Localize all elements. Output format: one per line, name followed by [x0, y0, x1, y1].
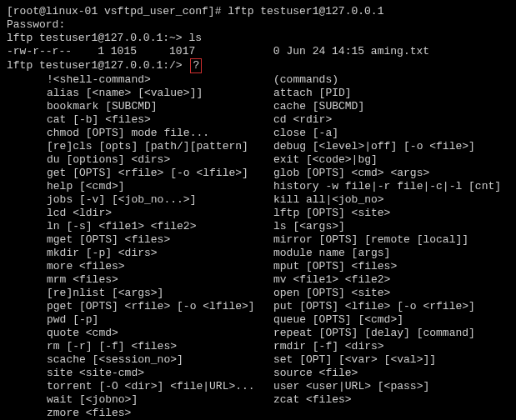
help-left-command: torrent [-O <dir>] <file|URL>... — [7, 380, 273, 393]
help-left-command: rm [-r] [-f] <files> — [7, 340, 273, 353]
password-label: Password: — [7, 18, 65, 31]
help-right-command: glob [OPTS] <cmd> <args> — [273, 167, 429, 180]
help-row: scache [<session_no>]set [OPT] [<var> [<… — [7, 353, 509, 367]
help-right-command: mv <file1> <file2> — [273, 273, 390, 287]
help-row: lcd <ldir>lftp [OPTS] <site> — [7, 207, 509, 220]
help-output: !<shell-command>(commands)alias [<name> … — [7, 73, 509, 420]
help-right-command: cache [SUBCMD] — [273, 100, 364, 113]
help-left-command: !<shell-command> — [7, 73, 273, 87]
help-right-command: close [-a] — [273, 127, 338, 140]
help-row: quote <cmd>repeat [OPTS] [delay] [comman… — [7, 327, 509, 340]
help-left-command: ln [-s] <file1> <file2> — [7, 220, 273, 233]
help-row: mrm <files>mv <file1> <file2> — [7, 273, 509, 287]
help-left-command: bookmark [SUBCMD] — [7, 100, 273, 113]
help-row: zmore <files> — [7, 407, 509, 420]
help-left-command: mget [OPTS] <files> — [7, 233, 273, 247]
help-row: bookmark [SUBCMD]cache [SUBCMD] — [7, 100, 509, 113]
help-row: chmod [OPTS] mode file...close [-a] — [7, 127, 509, 140]
help-right-command: zcat <files> — [273, 393, 352, 407]
help-left-command: zmore <files> — [7, 407, 273, 420]
help-left-command: get [OPTS] <rfile> [-o <lfile>] — [7, 167, 273, 180]
help-row: torrent [-O <dir>] <file|URL>...user <us… — [7, 380, 509, 393]
help-right-command: set [OPT] [<var> [<val>]] — [273, 353, 436, 367]
lftp-prompt-prefix: lftp testuser1@127.0.0.1:/> — [7, 59, 188, 72]
lftp-prompt-ls[interactable]: lftp testuser1@127.0.0.1:~> ls — [7, 32, 509, 45]
help-right-command: exit [<code>|bg] — [273, 153, 378, 167]
help-left-command: wait [<jobno>] — [7, 393, 273, 407]
help-left-command: help [<cmd>] — [7, 180, 273, 193]
help-right-command: cd <rdir> — [273, 113, 332, 127]
help-row: pwd [-p]queue [OPTS] [<cmd>] — [7, 313, 509, 327]
help-right-command: attach [PID] — [273, 87, 352, 100]
help-right-command: put [OPTS] <lfile> [-o <rfile>] — [273, 300, 475, 313]
help-left-command: [re]cls [opts] [path/][pattern] — [7, 140, 273, 153]
help-left-command: alias [<name> [<value>]] — [7, 87, 273, 100]
password-prompt: Password: — [7, 18, 509, 32]
highlighted-command: ? — [190, 58, 202, 73]
shell-prompt: [root@linux-01 vsftpd_user_conf]# lftp t… — [7, 5, 383, 18]
file-listing: -rw-r--r-- 1 1015 1017 0 Jun 24 14:15 am… — [7, 45, 429, 58]
help-left-command: jobs [-v] [<job_no...>] — [7, 193, 273, 207]
help-left-command: [re]nlist [<args>] — [7, 287, 273, 300]
typed-command: ls — [188, 32, 202, 44]
help-left-command: quote <cmd> — [7, 327, 273, 340]
help-right-command: ls [<args>] — [273, 220, 345, 233]
help-left-command: cat [-b] <files> — [7, 113, 273, 127]
help-row: wait [<jobno>]zcat <files> — [7, 393, 509, 407]
help-right-command: lftp [OPTS] <site> — [273, 207, 390, 220]
help-left-command: pwd [-p] — [7, 313, 273, 327]
help-row: [re]nlist [<args>]open [OPTS] <site> — [7, 287, 509, 300]
help-right-command: (commands) — [273, 73, 338, 87]
help-row: help [<cmd>]history -w file|-r file|-c|-… — [7, 180, 509, 193]
help-left-command: scache [<session_no>] — [7, 353, 273, 367]
help-row: site <site-cmd>source <file> — [7, 367, 509, 380]
help-row: rm [-r] [-f] <files>rmdir [-f] <dirs> — [7, 340, 509, 353]
shell-prompt-line: [root@linux-01 vsftpd_user_conf]# lftp t… — [7, 5, 509, 18]
help-right-command: mput [OPTS] <files> — [273, 260, 397, 273]
help-right-command: queue [OPTS] [<cmd>] — [273, 313, 403, 327]
help-right-command: open [OPTS] <site> — [273, 287, 390, 300]
help-left-command: du [options] <dirs> — [7, 153, 273, 167]
help-left-command: lcd <ldir> — [7, 207, 273, 220]
help-row: get [OPTS] <rfile> [-o <lfile>]glob [OPT… — [7, 167, 509, 180]
help-row: cat [-b] <files>cd <rdir> — [7, 113, 509, 127]
help-right-command: rmdir [-f] <dirs> — [273, 340, 384, 353]
help-right-command: user <user|URL> [<pass>] — [273, 380, 429, 393]
lftp-prompt-help[interactable]: lftp testuser1@127.0.0.1:/> ? — [7, 58, 509, 73]
help-right-command: debug [<level>|off] [-o <file>] — [273, 140, 475, 153]
help-right-command: history -w file|-r file|-c|-l [cnt] — [273, 180, 501, 193]
help-row: !<shell-command>(commands) — [7, 73, 509, 87]
help-row: jobs [-v] [<job_no...>]kill all|<job_no> — [7, 193, 509, 207]
help-right-command: repeat [OPTS] [delay] [command] — [273, 327, 475, 340]
help-left-command: pget [OPTS] <rfile> [-o <lfile>] — [7, 300, 273, 313]
help-left-command: site <site-cmd> — [7, 367, 273, 380]
help-row: du [options] <dirs>exit [<code>|bg] — [7, 153, 509, 167]
help-right-command: source <file> — [273, 367, 358, 380]
help-row: alias [<name> [<value>]]attach [PID] — [7, 87, 509, 100]
help-right-command: mirror [OPTS] [remote [local]] — [273, 233, 468, 247]
help-left-command: mrm <files> — [7, 273, 273, 287]
help-row: more <files>mput [OPTS] <files> — [7, 260, 509, 273]
help-left-command: more <files> — [7, 260, 273, 273]
help-left-command: mkdir [-p] <dirs> — [7, 247, 273, 260]
help-right-command: module name [args] — [273, 247, 390, 260]
help-right-command: kill all|<job_no> — [273, 193, 384, 207]
help-row: mget [OPTS] <files>mirror [OPTS] [remote… — [7, 233, 509, 247]
help-row: mkdir [-p] <dirs>module name [args] — [7, 247, 509, 260]
help-left-command: chmod [OPTS] mode file... — [7, 127, 273, 140]
ls-output-line: -rw-r--r-- 1 1015 1017 0 Jun 24 14:15 am… — [7, 45, 509, 58]
help-row: [re]cls [opts] [path/][pattern]debug [<l… — [7, 140, 509, 153]
help-row: pget [OPTS] <rfile> [-o <lfile>]put [OPT… — [7, 300, 509, 313]
lftp-prompt-prefix: lftp testuser1@127.0.0.1:~> — [7, 32, 188, 44]
help-row: ln [-s] <file1> <file2>ls [<args>] — [7, 220, 509, 233]
